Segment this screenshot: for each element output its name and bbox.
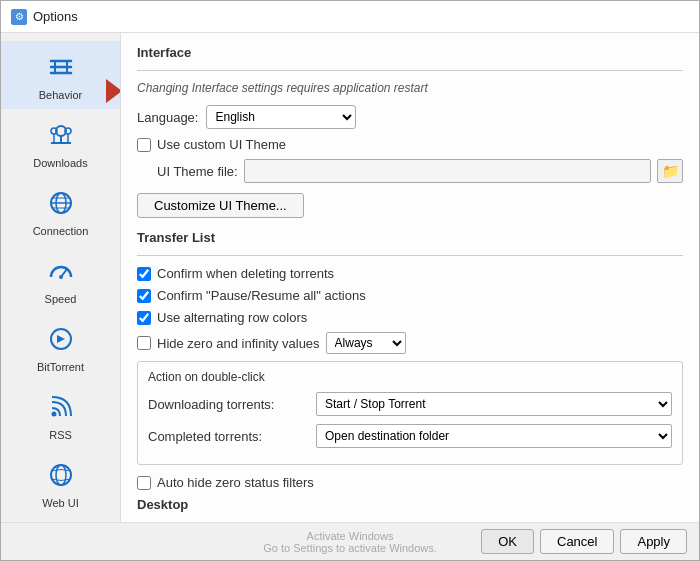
action-double-click-group: Action on double-click Downloading torre… bbox=[137, 361, 683, 465]
sidebar-item-rss[interactable]: RSS bbox=[1, 381, 120, 449]
sidebar-item-behavior[interactable]: Behavior bbox=[1, 41, 120, 109]
transfer-list-section: Transfer List Confirm when deleting torr… bbox=[137, 230, 683, 490]
svg-marker-5 bbox=[106, 79, 121, 103]
sidebar-item-speed[interactable]: Speed bbox=[1, 245, 120, 313]
use-custom-theme-label[interactable]: Use custom UI Theme bbox=[157, 137, 286, 152]
svg-point-21 bbox=[51, 412, 56, 417]
content-area: Interface Changing Interface settings re… bbox=[121, 33, 699, 522]
downloading-label: Downloading torrents: bbox=[148, 397, 308, 412]
language-select[interactable]: English bbox=[206, 105, 356, 129]
confirm-delete-label[interactable]: Confirm when deleting torrents bbox=[157, 266, 334, 281]
interface-title: Interface bbox=[137, 45, 683, 60]
confirm-pause-checkbox[interactable] bbox=[137, 289, 151, 303]
confirm-pause-label[interactable]: Confirm "Pause/Resume all" actions bbox=[157, 288, 366, 303]
confirm-delete-checkbox[interactable] bbox=[137, 267, 151, 281]
alternating-rows-row: Use alternating row colors bbox=[137, 310, 683, 325]
desktop-section: Desktop Start qBittorrent on Windows sta… bbox=[137, 497, 683, 522]
hide-zero-label[interactable]: Hide zero and infinity values bbox=[157, 336, 320, 351]
transfer-list-title: Transfer List bbox=[137, 230, 683, 245]
ui-theme-file-label: UI Theme file: bbox=[157, 164, 238, 179]
use-custom-theme-checkbox[interactable] bbox=[137, 138, 151, 152]
sidebar-label-speed: Speed bbox=[45, 293, 77, 305]
alternating-rows-checkbox[interactable] bbox=[137, 311, 151, 325]
sidebar-item-downloads[interactable]: Downloads bbox=[1, 109, 120, 177]
hide-zero-checkbox[interactable] bbox=[137, 336, 151, 350]
auto-hide-label[interactable]: Auto hide zero status filters bbox=[157, 475, 314, 490]
svg-point-23 bbox=[56, 465, 66, 485]
desktop-title: Desktop bbox=[137, 497, 683, 512]
footer: Activate Windows Go to Settings to activ… bbox=[1, 522, 699, 560]
webui-icon bbox=[43, 457, 79, 493]
sidebar: Behavior bbox=[1, 33, 121, 522]
use-custom-theme-row: Use custom UI Theme bbox=[137, 137, 683, 152]
sidebar-item-webui[interactable]: Web UI bbox=[1, 449, 120, 517]
auto-hide-row: Auto hide zero status filters bbox=[137, 475, 683, 490]
sidebar-item-connection[interactable]: Connection bbox=[1, 177, 120, 245]
hide-zero-row: Hide zero and infinity values Always bbox=[137, 332, 683, 354]
theme-file-row: UI Theme file: 📁 bbox=[137, 159, 683, 183]
interface-section: Interface Changing Interface settings re… bbox=[137, 45, 683, 218]
window-icon: ⚙ bbox=[11, 9, 27, 25]
apply-button[interactable]: Apply bbox=[620, 529, 687, 554]
main-area: Behavior bbox=[1, 33, 699, 522]
activate-watermark: Activate Windows Go to Settings to activ… bbox=[263, 530, 437, 554]
confirm-pause-row: Confirm "Pause/Resume all" actions bbox=[137, 288, 683, 303]
sidebar-label-webui: Web UI bbox=[42, 497, 78, 509]
speed-icon bbox=[43, 253, 79, 289]
downloading-action-select[interactable]: Start / Stop Torrent bbox=[316, 392, 672, 416]
downloads-icon bbox=[43, 117, 79, 153]
bittorrent-icon bbox=[43, 321, 79, 357]
downloading-torrents-row: Downloading torrents: Start / Stop Torre… bbox=[148, 392, 672, 416]
title-bar: ⚙ Options bbox=[1, 1, 699, 33]
behavior-icon bbox=[43, 49, 79, 85]
language-label: Language: bbox=[137, 110, 198, 125]
rss-icon bbox=[43, 389, 79, 425]
hide-zero-select[interactable]: Always bbox=[326, 332, 406, 354]
action-double-click-title: Action on double-click bbox=[148, 370, 672, 384]
completed-torrents-row: Completed torrents: Open destination fol… bbox=[148, 424, 672, 448]
sidebar-label-behavior: Behavior bbox=[39, 89, 82, 101]
completed-action-select[interactable]: Open destination folder bbox=[316, 424, 672, 448]
window-title: Options bbox=[33, 9, 78, 24]
confirm-delete-row: Confirm when deleting torrents bbox=[137, 266, 683, 281]
language-row: Language: English bbox=[137, 105, 683, 129]
svg-point-19 bbox=[59, 275, 63, 279]
sidebar-label-rss: RSS bbox=[49, 429, 72, 441]
sidebar-label-bittorrent: BitTorrent bbox=[37, 361, 84, 373]
customize-theme-button[interactable]: Customize UI Theme... bbox=[137, 193, 304, 218]
sidebar-label-downloads: Downloads bbox=[33, 157, 87, 169]
connection-icon bbox=[43, 185, 79, 221]
sidebar-label-connection: Connection bbox=[33, 225, 89, 237]
alternating-rows-label[interactable]: Use alternating row colors bbox=[157, 310, 307, 325]
browse-folder-button[interactable]: 📁 bbox=[657, 159, 683, 183]
cancel-button[interactable]: Cancel bbox=[540, 529, 614, 554]
theme-file-input[interactable] bbox=[244, 159, 651, 183]
interface-note: Changing Interface settings requires app… bbox=[137, 81, 683, 95]
sidebar-item-bittorrent[interactable]: BitTorrent bbox=[1, 313, 120, 381]
auto-hide-checkbox[interactable] bbox=[137, 476, 151, 490]
completed-label: Completed torrents: bbox=[148, 429, 308, 444]
svg-point-22 bbox=[51, 465, 71, 485]
options-window: ⚙ Options Behavior bbox=[0, 0, 700, 561]
ok-button[interactable]: OK bbox=[481, 529, 534, 554]
